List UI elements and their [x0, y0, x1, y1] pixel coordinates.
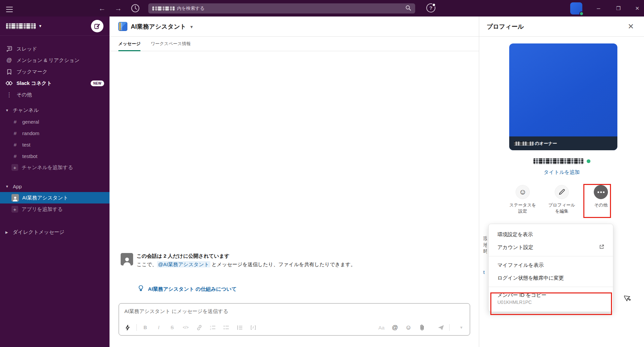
app-avatar-icon: [11, 194, 19, 201]
ordered-list-icon[interactable]: 12: [208, 323, 218, 332]
dms-section-header[interactable]: ▶ ダイレクトメッセージ: [0, 226, 110, 238]
blockquote-icon[interactable]: [235, 323, 245, 332]
menu-item-copy-member-id[interactable]: メンバー ID をコピー: [489, 289, 613, 301]
slack-connect-icon: [5, 81, 13, 86]
menu-item-account-settings[interactable]: アカウント設定: [489, 241, 613, 254]
mentions-icon: @: [5, 57, 13, 63]
strikethrough-icon[interactable]: S: [167, 323, 177, 332]
profile-name-row: [479, 158, 644, 164]
redacted-workspace-name: [152, 6, 175, 11]
channel-title[interactable]: AI業務アシスタント: [131, 23, 186, 31]
mention-someone-icon[interactable]: @: [390, 323, 400, 332]
help-icon[interactable]: ?: [426, 3, 435, 12]
menu-item-my-files[interactable]: マイファイルを表示: [489, 259, 613, 272]
add-app-button[interactable]: + アプリを追加する: [0, 203, 110, 215]
window-minimize-button[interactable]: –: [591, 0, 606, 17]
member-id-value: U01KHMLR1PC: [489, 299, 613, 308]
intro-body: ここで、@AI業務アシスタント とメッセージを送信したり、ファイルを共有したりで…: [136, 261, 356, 268]
lightbulb-icon: [138, 285, 144, 293]
chevron-down-icon: ▼: [190, 25, 194, 29]
chevron-collapsed-icon: ▶: [5, 230, 9, 234]
link-icon[interactable]: [194, 323, 204, 332]
sidebar-item-slack-connect[interactable]: Slack コネクト NEW: [0, 77, 110, 89]
history-clock-icon[interactable]: [131, 4, 140, 13]
bookmark-icon: [5, 69, 13, 75]
new-message-button[interactable]: [91, 20, 103, 32]
mention-link[interactable]: @AI業務アシスタント: [157, 261, 210, 267]
emoji-icon: ☺: [516, 185, 530, 199]
help-notification-dot: [432, 3, 436, 7]
owner-band: のオーナー: [509, 136, 617, 150]
channels-section-header[interactable]: ▼ チャンネル: [0, 104, 110, 116]
learn-more-link[interactable]: AI業務アシスタント の仕組みについて: [148, 286, 237, 292]
channel-tabs: メッセージ ワークスペース情報: [110, 37, 479, 51]
tab-workspace-info[interactable]: ワークスペース情報: [151, 37, 191, 51]
sidebar-item-bookmarks[interactable]: ブックマーク: [0, 66, 110, 77]
profile-actions: ☺ ステータスを設定 プロフィールを編集 その他: [479, 185, 644, 214]
sidebar: ▼ スレッド @ メンション & リアクション ブックマーク: [0, 17, 110, 347]
ellipsis-icon: [594, 185, 608, 199]
profile-title: プロフィール: [487, 23, 524, 31]
code-block-icon[interactable]: [248, 323, 258, 332]
italic-icon[interactable]: I: [154, 323, 164, 332]
divider: [136, 324, 137, 331]
app-book-icon: [118, 22, 127, 31]
profile-panel-header: プロフィール ✕: [479, 17, 644, 37]
top-bar: ← → 内を検索する ? – ❐ ✕: [0, 0, 644, 17]
search-input[interactable]: 内を検索する: [148, 3, 415, 13]
user-avatar[interactable]: [570, 2, 582, 14]
new-badge: NEW: [91, 81, 104, 86]
sidebar-channel-testbot[interactable]: # testbot: [0, 150, 110, 162]
inline-code-icon[interactable]: </>: [181, 323, 191, 332]
edit-profile-button[interactable]: プロフィールを編集: [547, 185, 576, 214]
pencil-icon: [555, 185, 569, 199]
menu-item-set-away[interactable]: ログイン状態を離席中に変更: [489, 272, 613, 284]
hamburger-menu-icon[interactable]: [6, 5, 13, 11]
chevron-expanded-icon: ▼: [5, 108, 9, 112]
composer-placeholder: AI業務アシスタント にメッセージを送信する: [124, 308, 228, 315]
tab-messages[interactable]: メッセージ: [118, 37, 141, 51]
menu-item-preferences[interactable]: 環境設定を表示: [489, 228, 613, 241]
svg-text:1: 1: [210, 325, 211, 327]
sidebar-channel-test[interactable]: # test: [0, 139, 110, 150]
search-icon: [405, 5, 411, 12]
sidebar-item-more[interactable]: ⋮ その他: [0, 89, 110, 100]
search-placeholder: 内を検索する: [177, 5, 205, 11]
conversation-intro: この会話は 2 人だけに公開されています ここで、@AI業務アシスタント とメッ…: [121, 253, 356, 268]
bold-icon[interactable]: B: [140, 323, 150, 332]
window-maximize-button[interactable]: ❐: [611, 0, 626, 17]
set-status-button[interactable]: ☺ ステータスを設定: [508, 185, 537, 214]
window-close-button[interactable]: ✕: [630, 0, 644, 17]
attach-paperclip-icon[interactable]: [417, 323, 427, 332]
workspace-switcher[interactable]: ▼: [0, 17, 110, 36]
external-link-icon: [599, 244, 604, 250]
send-icon[interactable]: [436, 323, 446, 332]
more-actions-button[interactable]: その他: [586, 185, 615, 214]
chevron-down-icon: ▼: [38, 24, 42, 28]
send-options-chevron-icon[interactable]: ▼: [456, 323, 466, 332]
add-channel-button[interactable]: + チャンネルを追加する: [0, 162, 110, 173]
bullet-list-icon[interactable]: [221, 323, 231, 332]
profile-photo[interactable]: のオーナー: [509, 43, 617, 150]
message-composer[interactable]: AI業務アシスタント にメッセージを送信する B I S </> 12: [119, 303, 470, 336]
plus-icon: +: [11, 164, 18, 171]
main-pane: AI業務アシスタント ▼ メッセージ ワークスペース情報 この会話は 2 人だけ…: [110, 17, 479, 347]
sidebar-app-ai-assistant[interactable]: AI業務アシスタント: [0, 192, 110, 203]
sidebar-item-threads[interactable]: スレッド: [0, 43, 110, 55]
close-icon[interactable]: ✕: [625, 21, 637, 32]
svg-text:2: 2: [210, 328, 211, 330]
apps-section-header[interactable]: ▼ App: [0, 181, 110, 192]
sidebar-channel-general[interactable]: # general: [0, 116, 110, 127]
emoji-icon[interactable]: ☺: [403, 323, 413, 332]
slack-window: ← → 内を検索する ? – ❐ ✕ ▼: [0, 0, 644, 347]
sidebar-channel-random[interactable]: # random: [0, 127, 110, 139]
obscured-profile-link: t: [483, 269, 486, 276]
sidebar-item-mentions[interactable]: @ メンション & リアクション: [0, 55, 110, 66]
show-formatting-icon[interactable]: Aa: [376, 323, 387, 332]
divider: [489, 256, 613, 256]
history-forward-icon[interactable]: →: [113, 3, 123, 13]
history-back-icon[interactable]: ←: [97, 3, 107, 13]
add-title-link[interactable]: タイトルを追加: [479, 169, 644, 176]
redacted-workspace-name: [514, 141, 533, 146]
shortcuts-lightning-icon[interactable]: [122, 323, 132, 332]
